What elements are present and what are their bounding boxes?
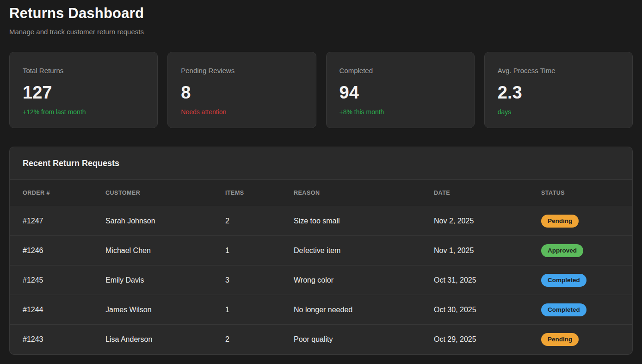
column-header-status: STATUS	[541, 190, 619, 196]
column-header-reason: REASON	[294, 190, 434, 196]
cell-order: #1245	[23, 276, 105, 284]
table-row[interactable]: #1246Michael Chen1Defective itemNov 1, 2…	[10, 236, 632, 265]
table-title: Recent Return Requests	[23, 158, 619, 168]
cell-status: Approved	[541, 244, 619, 257]
cell-date: Oct 31, 2025	[434, 276, 541, 284]
cell-reason: Poor quality	[294, 335, 434, 344]
cell-date: Oct 30, 2025	[434, 306, 541, 314]
cell-status: Pending	[541, 215, 619, 228]
status-badge: Pending	[541, 333, 579, 346]
cell-status: Pending	[541, 333, 619, 346]
table-row[interactable]: #1243Lisa Anderson2Poor qualityOct 29, 2…	[10, 325, 632, 354]
stat-note: +8% this month	[340, 108, 461, 116]
status-badge: Completed	[541, 274, 586, 287]
stat-note: days	[498, 108, 619, 116]
stat-label: Completed	[340, 66, 461, 75]
cell-status: Completed	[541, 303, 619, 316]
column-header-date: DATE	[434, 190, 541, 196]
table-row[interactable]: #1244James Wilson1No longer neededOct 30…	[10, 295, 632, 325]
cell-date: Nov 2, 2025	[434, 217, 541, 225]
cell-status: Completed	[541, 274, 619, 287]
table-title-wrap: Recent Return Requests	[10, 147, 632, 179]
stat-card-total-returns: Total Returns127+12% from last month	[9, 52, 158, 128]
stat-note: +12% from last month	[23, 108, 144, 116]
stat-card-avg-process-time: Avg. Process Time2.3days	[484, 52, 633, 128]
cell-items: 1	[225, 247, 294, 255]
cell-items: 2	[225, 217, 294, 225]
cell-customer: Lisa Anderson	[105, 335, 225, 344]
cell-customer: Emily Davis	[105, 276, 225, 284]
table-row[interactable]: #1245Emily Davis3Wrong colorOct 31, 2025…	[10, 265, 632, 295]
page-subtitle: Manage and track customer return request…	[9, 27, 633, 37]
stats-row: Total Returns127+12% from last monthPend…	[9, 52, 633, 128]
cell-items: 3	[225, 276, 294, 284]
stat-label: Total Returns	[23, 66, 144, 75]
cell-order: #1243	[23, 335, 105, 344]
column-header-customer: CUSTOMER	[105, 190, 225, 196]
cell-reason: Defective item	[294, 247, 434, 255]
status-badge: Approved	[541, 244, 583, 257]
cell-customer: Sarah Johnson	[105, 217, 225, 225]
stat-value: 8	[181, 82, 302, 103]
stat-value: 2.3	[498, 82, 619, 103]
cell-order: #1244	[23, 306, 105, 314]
status-badge: Pending	[541, 215, 579, 228]
table-row[interactable]: #1247Sarah Johnson2Size too smallNov 2, …	[10, 206, 632, 236]
returns-dashboard-page: Returns Dashboard Manage and track custo…	[9, 4, 633, 355]
status-badge: Completed	[541, 303, 586, 316]
cell-date: Oct 29, 2025	[434, 335, 541, 344]
cell-reason: Size too small	[294, 217, 434, 225]
stat-card-completed: Completed94+8% this month	[326, 52, 475, 128]
cell-items: 1	[225, 306, 294, 314]
cell-reason: Wrong color	[294, 276, 434, 284]
stat-note: Needs attention	[181, 108, 302, 116]
stat-label: Pending Reviews	[181, 66, 302, 75]
stat-value: 127	[23, 82, 144, 103]
stat-card-pending-reviews: Pending Reviews8Needs attention	[167, 52, 316, 128]
column-header-items: ITEMS	[225, 190, 294, 196]
cell-order: #1246	[23, 247, 105, 255]
cell-date: Nov 1, 2025	[434, 247, 541, 255]
cell-reason: No longer needed	[294, 306, 434, 314]
recent-returns-card: Recent Return Requests ORDER #CUSTOMERIT…	[9, 147, 633, 355]
page-header: Returns Dashboard Manage and track custo…	[9, 4, 633, 37]
cell-customer: Michael Chen	[105, 247, 225, 255]
table-header-row: ORDER #CUSTOMERITEMSREASONDATESTATUS	[10, 179, 632, 206]
stat-value: 94	[340, 82, 461, 103]
cell-order: #1247	[23, 217, 105, 225]
stat-label: Avg. Process Time	[498, 66, 619, 75]
cell-customer: James Wilson	[105, 306, 225, 314]
table-body: #1247Sarah Johnson2Size too smallNov 2, …	[10, 206, 632, 354]
cell-items: 2	[225, 335, 294, 344]
page-title: Returns Dashboard	[9, 4, 633, 23]
column-header-order: ORDER #	[23, 190, 105, 196]
